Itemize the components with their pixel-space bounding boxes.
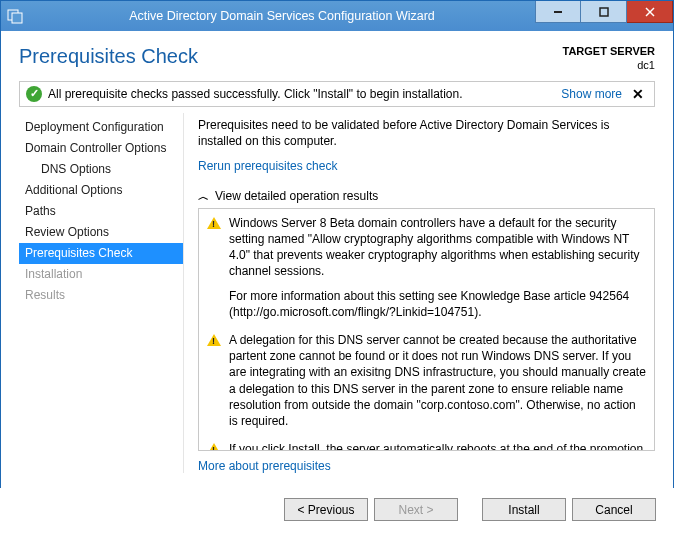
app-icon: [1, 1, 29, 31]
results-expander[interactable]: ︿ View detailed operation results: [198, 189, 655, 204]
result-item: A delegation for this DNS server cannot …: [207, 332, 646, 429]
status-banner: ✓ All prerequisite checks passed success…: [19, 81, 655, 107]
results-box: Windows Server 8 Beta domain controllers…: [198, 208, 655, 451]
title-bar: Active Directory Domain Services Configu…: [1, 1, 673, 31]
close-button[interactable]: [627, 1, 673, 23]
expander-label: View detailed operation results: [215, 189, 378, 203]
success-icon: ✓: [26, 86, 42, 102]
page-header: Prerequisites Check TARGET SERVER dc1: [1, 31, 673, 81]
rerun-link[interactable]: Rerun prerequisites check: [198, 159, 655, 173]
page-title: Prerequisites Check: [19, 45, 198, 68]
target-server-label: TARGET SERVER: [563, 45, 656, 59]
install-button[interactable]: Install: [482, 498, 566, 521]
nav-item[interactable]: Review Options: [19, 222, 183, 243]
nav-item[interactable]: DNS Options: [19, 159, 183, 180]
more-about-link[interactable]: More about prerequisites: [198, 459, 655, 473]
previous-button[interactable]: < Previous: [284, 498, 368, 521]
nav-item: Installation: [19, 264, 183, 285]
show-more-link[interactable]: Show more: [561, 87, 622, 101]
target-server-block: TARGET SERVER dc1: [563, 45, 656, 73]
result-item: If you click Install, the server automat…: [207, 441, 646, 450]
result-text: If you click Install, the server automat…: [229, 441, 646, 450]
wizard-footer: < Previous Next > Install Cancel: [0, 488, 674, 535]
status-text: All prerequisite checks passed successfu…: [48, 87, 555, 101]
target-server-value: dc1: [563, 59, 656, 73]
nav-item[interactable]: Domain Controller Options: [19, 138, 183, 159]
wizard-nav: Deployment ConfigurationDomain Controlle…: [19, 113, 184, 473]
maximize-button[interactable]: [581, 1, 627, 23]
result-text: Windows Server 8 Beta domain controllers…: [229, 215, 646, 320]
next-button: Next >: [374, 498, 458, 521]
svg-rect-3: [600, 8, 608, 16]
nav-item[interactable]: Prerequisites Check: [19, 243, 183, 264]
minimize-button[interactable]: [535, 1, 581, 23]
result-item: Windows Server 8 Beta domain controllers…: [207, 215, 646, 320]
nav-item[interactable]: Deployment Configuration: [19, 117, 183, 138]
svg-rect-1: [12, 13, 22, 23]
warning-icon: [207, 334, 221, 346]
window-title: Active Directory Domain Services Configu…: [29, 9, 535, 23]
nav-item[interactable]: Paths: [19, 201, 183, 222]
cancel-button[interactable]: Cancel: [572, 498, 656, 521]
dismiss-banner-button[interactable]: ✕: [628, 86, 648, 102]
nav-item[interactable]: Additional Options: [19, 180, 183, 201]
warning-icon: [207, 217, 221, 229]
intro-text: Prerequisites need to be validated befor…: [198, 117, 655, 149]
result-text: A delegation for this DNS server cannot …: [229, 332, 646, 429]
content-pane: Prerequisites need to be validated befor…: [184, 113, 655, 473]
nav-item: Results: [19, 285, 183, 306]
chevron-up-icon: ︿: [198, 189, 209, 204]
warning-icon: [207, 443, 221, 450]
